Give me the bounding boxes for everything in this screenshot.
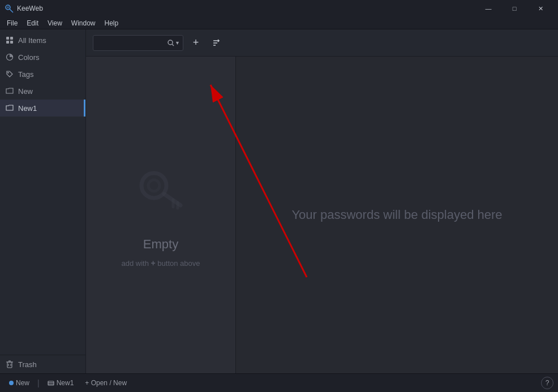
toolbar: ▼ +: [86, 29, 558, 57]
status-bar-right: ?: [541, 377, 553, 389]
menu-view[interactable]: View: [43, 18, 67, 28]
menu-edit[interactable]: Edit: [22, 18, 43, 28]
sidebar-items: All Items Colors Tags: [0, 29, 85, 355]
status-new1-label: New1: [57, 379, 74, 387]
menu-bar: File Edit View Window Help: [0, 17, 558, 29]
svg-rect-26: [48, 381, 54, 385]
right-panel: Your passwords will be displayed here: [235, 57, 558, 373]
maximize-button[interactable]: □: [501, 0, 527, 17]
tags-label: Tags: [18, 70, 33, 79]
new-folder-icon: [6, 87, 14, 95]
svg-rect-4: [10, 37, 13, 40]
right-panel-text: Your passwords will be displayed here: [291, 208, 502, 222]
main-layout: All Items Colors Tags: [0, 29, 558, 373]
status-new[interactable]: New: [5, 377, 34, 389]
status-new-label: New: [16, 379, 29, 387]
menu-file[interactable]: File: [2, 18, 22, 28]
minimize-button[interactable]: —: [475, 0, 501, 17]
sidebar-item-new1[interactable]: New1: [0, 100, 85, 117]
svg-point-8: [7, 72, 8, 73]
svg-rect-6: [10, 41, 13, 44]
svg-point-20: [148, 180, 160, 191]
new1-label: New1: [18, 104, 37, 113]
status-dot-new: [9, 381, 14, 385]
title-bar-left: KeeWeb: [5, 4, 43, 13]
sidebar-item-tags[interactable]: Tags: [0, 66, 85, 83]
colors-icon: [6, 53, 14, 61]
search-wrapper: ▼: [93, 35, 183, 51]
sidebar-trash[interactable]: Trash: [0, 355, 85, 373]
svg-line-15: [172, 44, 174, 46]
empty-hint-prefix: add with: [121, 259, 151, 268]
open-new-label: + Open / New: [85, 379, 127, 387]
title-bar: KeeWeb — □ ✕: [0, 0, 558, 17]
all-items-icon: [6, 36, 14, 44]
all-items-label: All Items: [18, 36, 46, 45]
open-new-button[interactable]: + Open / New: [80, 377, 131, 389]
svg-rect-3: [6, 37, 9, 40]
colors-label: Colors: [18, 53, 40, 62]
empty-key-icon: [132, 163, 189, 230]
sidebar-item-all-items[interactable]: All Items: [0, 32, 85, 49]
sidebar-bottom: Trash: [0, 355, 85, 373]
menu-help[interactable]: Help: [100, 18, 123, 28]
new1-folder-icon: [6, 104, 14, 112]
svg-point-14: [168, 40, 173, 45]
close-button[interactable]: ✕: [527, 0, 553, 17]
svg-rect-9: [7, 362, 12, 368]
status-bar: New | New1 + Open / New ?: [0, 373, 558, 392]
tags-icon: [6, 70, 14, 78]
app-title: KeeWeb: [17, 5, 43, 12]
help-button[interactable]: ?: [541, 377, 553, 389]
sidebar: All Items Colors Tags: [0, 29, 86, 373]
status-new1[interactable]: New1: [43, 377, 79, 389]
empty-hint-plus: +: [151, 259, 156, 268]
svg-point-1: [7, 6, 9, 8]
title-bar-controls: — □ ✕: [475, 0, 553, 17]
menu-window[interactable]: Window: [67, 18, 100, 28]
database-icon: [48, 380, 54, 386]
new-label: New: [18, 87, 33, 96]
svg-rect-5: [6, 41, 9, 44]
trash-icon: [6, 360, 14, 368]
svg-line-2: [10, 9, 13, 12]
empty-state: Empty add with + button above: [86, 57, 235, 373]
app-icon: [5, 4, 14, 13]
status-separator: |: [37, 378, 40, 387]
search-button[interactable]: ▼: [168, 40, 180, 46]
empty-hint-suffix: button above: [156, 259, 200, 268]
empty-title: Empty: [143, 237, 178, 252]
trash-label: Trash: [18, 360, 37, 369]
status-bar-left: New | New1 + Open / New: [5, 377, 131, 389]
add-entry-button[interactable]: +: [188, 35, 204, 51]
sidebar-item-colors[interactable]: Colors: [0, 49, 85, 66]
empty-hint: add with + button above: [121, 259, 200, 268]
sidebar-item-new[interactable]: New: [0, 83, 85, 100]
sort-button[interactable]: [208, 35, 224, 51]
